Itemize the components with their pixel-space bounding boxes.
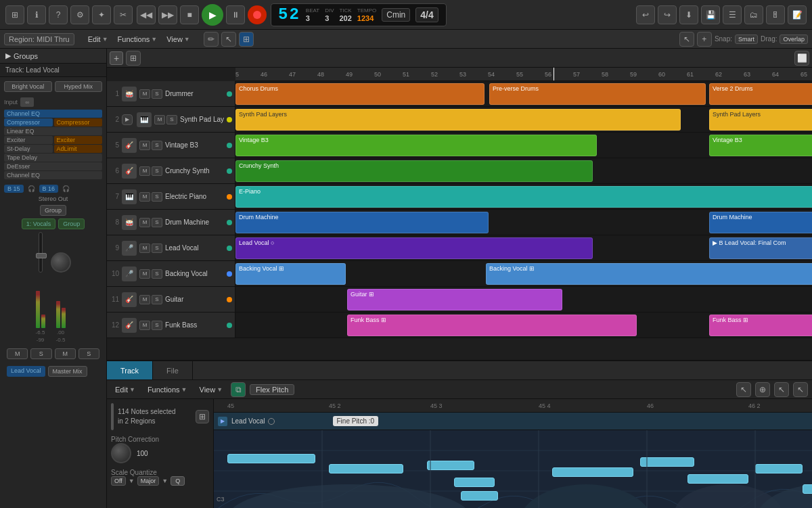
menu-btn[interactable]: ☰ (723, 5, 742, 24)
region-crunchy-synth[interactable]: Crunchy Synth (235, 160, 593, 182)
mute-btn-11[interactable]: M (139, 295, 150, 304)
bus-b16[interactable]: B 16 (39, 185, 59, 193)
record-btn[interactable] (248, 5, 267, 24)
editor-view-menu[interactable]: View ▼ (196, 384, 227, 395)
undo-btn[interactable]: ↩ (636, 5, 655, 24)
editor-functions-menu[interactable]: Functions ▼ (143, 384, 191, 395)
quantize-btn[interactable]: Q (171, 476, 185, 486)
pitch-note-8[interactable] (687, 474, 748, 484)
pitch-note-3[interactable] (427, 461, 474, 470)
s-btn-2[interactable]: S (78, 348, 99, 359)
track-content-2[interactable]: Synth Pad Layers Synth Pad Layers (235, 107, 812, 132)
fader-thumb-1[interactable] (36, 253, 47, 258)
info-btn[interactable]: ℹ (27, 5, 46, 24)
region-vintage-2[interactable]: Vintage B3 (709, 135, 812, 156)
region-backing-1[interactable]: Backing Vocal ⊞ (235, 263, 346, 285)
solo-btn-12[interactable]: S (152, 321, 162, 330)
mute-btn-12[interactable]: M (139, 321, 150, 330)
link-btn[interactable]: ∞ (20, 97, 34, 107)
bounce-btn[interactable]: ⬇ (679, 5, 698, 24)
track-content-8[interactable]: Drum Machine Drum Machine (235, 210, 812, 235)
track-name-btn[interactable]: Lead Vocal (7, 366, 45, 377)
track-end-btn[interactable]: ⬜ (794, 51, 809, 66)
view-menu[interactable]: View ▼ (162, 34, 194, 45)
plugin-deesser[interactable]: DeEsser (4, 162, 102, 170)
solo-btn-5[interactable]: S (152, 141, 162, 150)
pitch-note-5[interactable] (461, 491, 498, 501)
track-content-5[interactable]: Vintage B3 Vintage B3 (235, 133, 812, 158)
region-drum-machine-2[interactable]: Drum Machine (709, 212, 812, 233)
scale-off-select[interactable]: Off (111, 476, 126, 486)
solo-btn-10[interactable]: S (152, 269, 162, 279)
notes-handle[interactable] (111, 403, 114, 430)
pitch-note-9[interactable] (755, 464, 803, 474)
plugin-channel-eq-2[interactable]: Channel EQ (4, 171, 102, 179)
plugin-linear-eq[interactable]: Linear EQ (4, 127, 102, 135)
pan-knob[interactable] (51, 252, 71, 273)
region-backing-2[interactable]: Backing Vocal ⊞ (486, 263, 812, 285)
mute-btn-1[interactable]: M (139, 89, 150, 99)
bus-b15[interactable]: B 15 (4, 185, 24, 193)
region-lead-vocal-b[interactable]: ▶ B Lead Vocal: Final Com (709, 237, 812, 259)
functions-menu[interactable]: Functions ▼ (114, 34, 162, 45)
flex-btn[interactable]: ⧉ (231, 382, 246, 397)
region-synth-2[interactable]: Synth Pad Layers (709, 109, 812, 131)
plugin-compressor-1[interactable]: Compressor (4, 118, 53, 126)
redo-btn[interactable]: ↪ (658, 5, 677, 24)
read-btn-vocals[interactable]: 1: Vocals (22, 218, 56, 229)
track-content-9[interactable]: Lead Vocal ○ ▶ B Lead Vocal: Final Com A… (235, 235, 812, 260)
help-btn[interactable]: ? (49, 5, 68, 24)
pitch-editor-canvas[interactable]: C3 (214, 430, 812, 508)
editor-edit-menu[interactable]: Edit ▼ (111, 384, 139, 395)
region-lead-vocal[interactable]: Lead Vocal ○ (235, 237, 593, 259)
region-chorus-drums[interactable]: Chorus Drums (235, 83, 484, 105)
plus-tool[interactable]: + (697, 32, 712, 47)
mute-btn-5[interactable]: M (139, 141, 150, 150)
region-bass-1[interactable]: Funk Bass ⊞ (347, 315, 637, 336)
pause-btn[interactable]: ⏸ (226, 5, 245, 24)
track-content-12[interactable]: Funk Bass ⊞ Funk Bass ⊞ (235, 313, 812, 338)
mute-btn-6[interactable]: M (139, 166, 150, 176)
browser-btn[interactable]: 🗂 (744, 5, 763, 24)
track-content-11[interactable]: Guitar ⊞ (235, 287, 812, 312)
scale-major-select[interactable]: Major (137, 476, 160, 486)
region-epiano[interactable]: E-Piano (235, 186, 812, 208)
stop-btn[interactable]: ■ (180, 5, 199, 24)
snap-select[interactable]: Smart (735, 34, 758, 44)
editor-tool-4[interactable]: ↖ (793, 382, 808, 397)
tool-active[interactable]: ⊞ (239, 32, 254, 47)
pitch-note-6[interactable] (552, 467, 633, 477)
region-guitar[interactable]: Guitar ⊞ (347, 289, 562, 310)
pitch-note-2[interactable] (329, 464, 403, 474)
mute-btn-8[interactable]: M (139, 218, 150, 227)
notepad-btn[interactable]: 📝 (788, 5, 807, 24)
notes-expand-btn[interactable]: ⊞ (196, 410, 209, 423)
tab-track[interactable]: Track (107, 361, 153, 379)
window-btn[interactable]: ⊞ (5, 5, 24, 24)
tool-select[interactable]: ↖ (221, 32, 236, 47)
track-content-6[interactable]: Crunchy Synth (235, 158, 812, 183)
region-vintage-1[interactable]: Vintage B3 (235, 135, 597, 156)
m-btn-1[interactable]: M (7, 348, 28, 359)
preset-bright-vocal[interactable]: Bright Vocal (4, 81, 52, 92)
plugin-tape-delay[interactable]: Tape Delay (4, 154, 102, 162)
pitch-note-4[interactable] (454, 478, 495, 487)
track-settings-btn[interactable]: ⊞ (126, 51, 141, 66)
editor-tool-3[interactable]: ↖ (774, 382, 789, 397)
time-sig[interactable]: 4/4 (415, 7, 438, 22)
plugin-st-delay[interactable]: St-Delay (4, 145, 53, 153)
edit-menu[interactable]: Edit ▼ (84, 34, 112, 45)
save-btn[interactable]: 💾 (701, 5, 720, 24)
track-content-7[interactable]: E-Piano (235, 184, 812, 209)
mute-btn-7[interactable]: M (139, 192, 150, 202)
cursor-tool[interactable]: ↖ (679, 32, 694, 47)
master-mix-btn[interactable]: Master Mix (48, 366, 87, 377)
track-content-1[interactable]: Chorus Drums Pre-verse Drums Verse 2 Dru… (235, 81, 812, 106)
solo-btn-2[interactable]: S (166, 115, 177, 124)
m-btn-2[interactable]: M (55, 348, 76, 359)
tab-file[interactable]: File (153, 361, 193, 379)
editor-tool-2[interactable]: ⊕ (755, 382, 770, 397)
rewind-btn[interactable]: ◀◀ (137, 5, 156, 24)
key-display[interactable]: Cmin (382, 8, 410, 22)
plugin-exciter-2[interactable]: Exciter (54, 136, 103, 144)
